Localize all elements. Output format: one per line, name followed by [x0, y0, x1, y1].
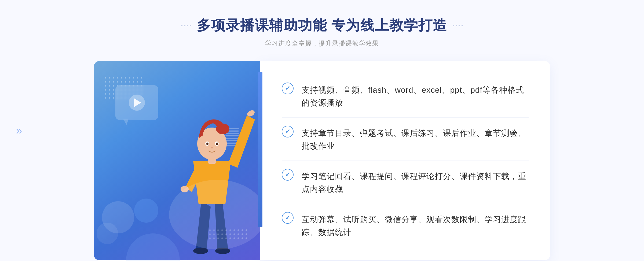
feature-text-3: 学习笔记回看、课程提问、课程评论打分、课件资料下载，重点内容收藏	[302, 169, 529, 196]
check-circle-3: ✓	[282, 169, 294, 181]
svg-point-12	[169, 180, 266, 249]
play-icon	[129, 95, 145, 111]
header-section: 多项录播课辅助功能 专为线上教学打造 学习进度全掌握，提升录播课教学效果	[181, 16, 463, 48]
feature-item-1: ✓ 支持视频、音频、flash、word、excel、ppt、pdf等各种格式的…	[282, 74, 529, 118]
check-icon-1: ✓	[285, 85, 290, 91]
header-title-row: 多项录播课辅助功能 专为线上教学打造	[181, 16, 463, 35]
decorator-dot-5	[453, 25, 454, 26]
play-triangle	[134, 98, 141, 107]
check-circle-4: ✓	[282, 212, 294, 224]
feature-text-1: 支持视频、音频、flash、word、excel、ppt、pdf等各种格式的资源…	[302, 83, 529, 109]
speech-bubble	[115, 85, 158, 120]
blue-vertical-bar	[258, 72, 262, 227]
decorator-dot-6	[456, 25, 457, 26]
check-circle-1: ✓	[282, 83, 294, 94]
illus-dots-bottom	[209, 229, 247, 239]
features-panel: ✓ 支持视频、音频、flash、word、excel、ppt、pdf等各种格式的…	[260, 61, 550, 260]
check-circle-2: ✓	[282, 126, 294, 137]
page-title: 多项录播课辅助功能 专为线上教学打造	[197, 16, 447, 35]
feature-item-2: ✓ 支持章节目录、弹题考试、课后练习、课后作业、章节测验、批改作业	[282, 118, 529, 161]
decorator-dot-2	[184, 25, 185, 26]
deco-circle-2	[97, 223, 118, 244]
left-arrow-decoration: »	[16, 125, 22, 137]
blue-circle-deco	[134, 199, 158, 223]
header-decorators-right	[453, 25, 463, 26]
main-content: ✓ 支持视频、音频、flash、word、excel、ppt、pdf等各种格式的…	[94, 61, 550, 260]
page-container: 多项录播课辅助功能 专为线上教学打造 学习进度全掌握，提升录播课教学效果 »	[0, 0, 644, 261]
svg-point-6	[206, 143, 208, 145]
svg-point-8	[216, 143, 218, 145]
decorator-dot-1	[181, 25, 182, 26]
feature-text-2: 支持章节目录、弹题考试、课后练习、课后作业、章节测验、批改作业	[302, 126, 529, 152]
header-decorators-left	[181, 25, 191, 26]
svg-point-9	[211, 147, 213, 148]
feature-text-4: 互动弹幕、试听购买、微信分享、观看次数限制、学习进度跟踪、数据统计	[302, 212, 529, 239]
decorator-dot-8	[462, 25, 463, 26]
decorator-dot-7	[459, 25, 460, 26]
svg-point-4	[216, 124, 229, 134]
feature-item-4: ✓ 互动弹幕、试听购买、微信分享、观看次数限制、学习进度跟踪、数据统计	[282, 204, 529, 247]
feature-item-3: ✓ 学习笔记回看、课程提问、课程评论打分、课件资料下载，重点内容收藏	[282, 161, 529, 204]
page-subtitle: 学习进度全掌握，提升录播课教学效果	[181, 39, 463, 48]
check-icon-4: ✓	[285, 215, 290, 221]
decorator-dot-3	[187, 25, 188, 26]
check-icon-2: ✓	[285, 129, 290, 135]
check-icon-3: ✓	[285, 172, 290, 178]
illustration-panel	[94, 61, 260, 260]
decorator-dot-4	[190, 25, 191, 26]
svg-point-0	[193, 248, 208, 254]
